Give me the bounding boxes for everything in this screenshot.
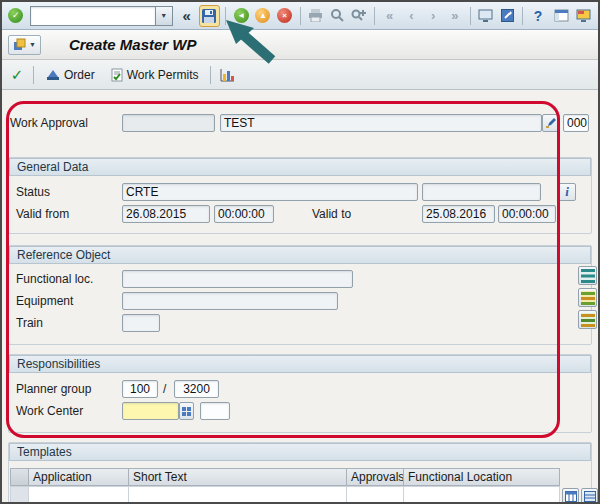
find-icon xyxy=(330,8,345,23)
hierarchy-list-button[interactable] xyxy=(578,310,597,329)
toolbar-separator xyxy=(210,66,211,84)
column-header-approvals[interactable]: Approvals xyxy=(346,468,404,486)
work-approval-id-field[interactable] xyxy=(122,114,215,132)
exit-button[interactable]: ▲ xyxy=(253,5,273,27)
command-history-dropdown[interactable]: ▼ xyxy=(156,6,173,26)
toolbar-separator xyxy=(522,7,523,25)
new-session-icon xyxy=(478,9,493,23)
table-corner-cell[interactable] xyxy=(10,468,29,486)
reference-object-header: Reference Object xyxy=(9,246,591,264)
train-label: Train xyxy=(16,316,43,330)
save-icon xyxy=(201,8,217,24)
functional-loc-label: Functional loc. xyxy=(16,272,93,286)
chevron-down-icon: ▼ xyxy=(160,12,167,19)
work-permits-button[interactable]: Work Permits xyxy=(104,64,206,86)
toolbar-separator xyxy=(470,7,471,25)
table-cell[interactable] xyxy=(403,486,560,504)
toolbar-right-group xyxy=(550,5,594,27)
print-icon xyxy=(308,9,323,22)
gui-layout-button[interactable] xyxy=(550,5,572,27)
enter-button[interactable]: ✓ xyxy=(6,5,26,27)
column-header-application[interactable]: Application xyxy=(28,468,129,486)
new-session-button[interactable] xyxy=(476,5,496,27)
row-selector-cell[interactable] xyxy=(10,486,29,504)
display-change-button[interactable] xyxy=(542,114,560,132)
previous-page-button[interactable]: ‹ xyxy=(402,5,422,27)
object-worklist-icon xyxy=(581,291,595,305)
work-center-field[interactable] xyxy=(122,402,179,420)
page-title: Create Master WP xyxy=(69,36,197,53)
work-approval-text-field[interactable]: TEST xyxy=(220,114,542,132)
print-button[interactable] xyxy=(306,5,326,27)
find-next-button[interactable] xyxy=(349,5,369,27)
back-button[interactable]: ◄ xyxy=(231,5,251,27)
work-center-matchcode-button[interactable] xyxy=(179,402,194,420)
status-info-button[interactable]: i xyxy=(558,183,576,201)
order-button[interactable]: Order xyxy=(39,64,102,86)
valid-to-label: Valid to xyxy=(312,207,351,221)
find-next-icon xyxy=(351,8,366,23)
cancel-button[interactable]: × xyxy=(275,5,295,27)
next-page-icon: › xyxy=(431,8,435,23)
work-permits-button-label: Work Permits xyxy=(127,68,199,82)
status-label: Status xyxy=(16,185,50,199)
planner-group-separator: / xyxy=(163,382,166,396)
templates-header: Templates xyxy=(9,443,591,461)
equipment-field[interactable] xyxy=(122,292,338,310)
first-page-button[interactable]: « xyxy=(380,5,400,27)
find-button[interactable] xyxy=(327,5,347,27)
object-worklist-button[interactable] xyxy=(578,288,597,307)
continue-button[interactable]: ✓ xyxy=(6,64,28,86)
column-header-functional-location[interactable]: Functional Location xyxy=(403,468,560,486)
customize-local-layout-button[interactable] xyxy=(572,5,594,27)
structure-list-button[interactable] xyxy=(578,266,597,285)
work-center-plant-field[interactable] xyxy=(200,402,230,420)
shortcut-icon xyxy=(501,9,514,22)
save-button[interactable] xyxy=(199,5,221,27)
table-cell[interactable] xyxy=(28,486,129,504)
equipment-label: Equipment xyxy=(16,294,73,308)
toolbar-separator xyxy=(33,66,34,84)
valid-from-label: Valid from xyxy=(16,207,69,221)
hide-command-field-button[interactable]: « xyxy=(177,5,197,27)
chevron-down-icon: ▼ xyxy=(29,41,36,48)
back-icon: ◄ xyxy=(234,8,249,23)
order-icon xyxy=(46,68,60,81)
order-button-label: Order xyxy=(64,68,95,82)
bar-chart-icon xyxy=(220,68,235,82)
table-cell[interactable] xyxy=(128,486,347,504)
application-toolbar: ✓ Order Work Permits xyxy=(2,60,598,90)
command-field: ▼ xyxy=(30,6,173,26)
edit-pencil-icon xyxy=(545,117,557,129)
table-variant-icon xyxy=(584,491,596,502)
status-field[interactable]: CRTE xyxy=(122,183,418,201)
functional-loc-field[interactable] xyxy=(122,270,353,288)
help-button[interactable]: ? xyxy=(528,5,548,27)
title-bar: ▼ Create Master WP xyxy=(2,30,598,60)
valid-from-time-field[interactable]: 00:00:00 xyxy=(214,205,274,223)
object-services-button[interactable]: ▼ xyxy=(8,35,41,55)
status-extra-field[interactable] xyxy=(422,183,541,201)
column-header-short-text[interactable]: Short Text xyxy=(128,468,347,486)
train-field[interactable] xyxy=(122,314,160,332)
planner-group-field[interactable]: 100 xyxy=(122,380,158,398)
toolbar-separator xyxy=(300,7,301,25)
table-cell[interactable] xyxy=(346,486,404,504)
table-grid-icon xyxy=(565,491,577,502)
work-center-label: Work Center xyxy=(16,404,83,418)
next-page-button[interactable]: › xyxy=(423,5,443,27)
command-input[interactable] xyxy=(30,6,156,26)
planner-group-label: Planner group xyxy=(16,382,91,396)
valid-to-time-field[interactable]: 00:00:00 xyxy=(498,205,556,223)
graphic-button[interactable] xyxy=(216,64,238,86)
table-variant-button[interactable] xyxy=(581,488,598,504)
valid-to-date-field[interactable]: 25.08.2016 xyxy=(422,205,495,223)
valid-from-date-field[interactable]: 26.08.2015 xyxy=(122,205,210,223)
planning-plant-field[interactable]: 3200 xyxy=(174,380,219,398)
last-page-button[interactable]: » xyxy=(445,5,465,27)
responsibilities-header: Responsibilities xyxy=(9,355,591,373)
table-settings-button[interactable] xyxy=(562,488,579,504)
sap-window: ✓ ▼ « ◄ ▲ × xyxy=(0,0,600,504)
create-shortcut-button[interactable] xyxy=(498,5,518,27)
work-approval-counter-field[interactable]: 000 xyxy=(563,114,589,132)
